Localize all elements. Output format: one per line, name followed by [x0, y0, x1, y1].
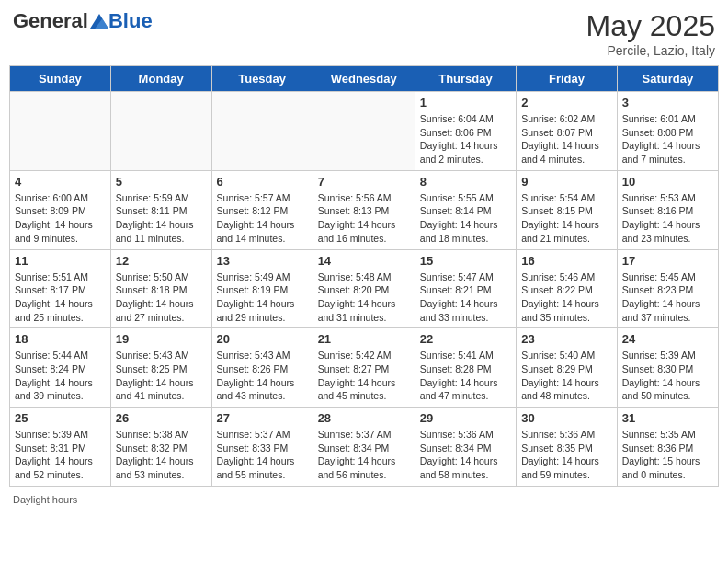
day-info: Sunrise: 6:02 AM Sunset: 8:07 PM Dayligh… — [521, 112, 612, 167]
logo-blue-text: Blue — [108, 9, 153, 33]
calendar-cell: 5Sunrise: 5:59 AM Sunset: 8:11 PM Daylig… — [110, 170, 211, 249]
day-info: Sunrise: 5:54 AM Sunset: 8:15 PM Dayligh… — [521, 191, 612, 246]
logo-icon — [90, 13, 108, 29]
day-info: Sunrise: 5:44 AM Sunset: 8:24 PM Dayligh… — [15, 349, 106, 403]
day-info: Sunrise: 5:48 AM Sunset: 8:20 PM Dayligh… — [318, 270, 410, 325]
logo: General Blue — [13, 9, 153, 33]
calendar-cell: 27Sunrise: 5:37 AM Sunset: 8:33 PM Dayli… — [211, 408, 313, 487]
calendar-cell: 10Sunrise: 5:53 AM Sunset: 8:16 PM Dayli… — [617, 170, 718, 249]
calendar-cell: 24Sunrise: 5:39 AM Sunset: 8:30 PM Dayli… — [617, 328, 718, 408]
day-info: Sunrise: 5:46 AM Sunset: 8:22 PM Dayligh… — [521, 270, 612, 325]
calendar-cell: 20Sunrise: 5:43 AM Sunset: 8:26 PM Dayli… — [211, 328, 313, 408]
day-number: 1 — [420, 96, 511, 109]
day-info: Sunrise: 5:37 AM Sunset: 8:33 PM Dayligh… — [217, 428, 308, 482]
day-info: Sunrise: 5:55 AM Sunset: 8:14 PM Dayligh… — [420, 191, 511, 246]
day-info: Sunrise: 6:00 AM Sunset: 8:09 PM Dayligh… — [15, 191, 106, 246]
calendar-cell: 25Sunrise: 5:39 AM Sunset: 8:31 PM Dayli… — [10, 408, 111, 487]
location-text: Percile, Lazio, Italy — [586, 43, 715, 58]
day-number: 8 — [420, 175, 511, 189]
calendar-cell: 29Sunrise: 5:36 AM Sunset: 8:34 PM Dayli… — [415, 408, 516, 487]
calendar-cell: 28Sunrise: 5:37 AM Sunset: 8:34 PM Dayli… — [313, 408, 415, 487]
day-number: 31 — [622, 411, 713, 425]
calendar-cell: 4Sunrise: 6:00 AM Sunset: 8:09 PM Daylig… — [10, 170, 111, 249]
calendar-day-header: Wednesday — [313, 66, 415, 92]
day-info: Sunrise: 5:51 AM Sunset: 8:17 PM Dayligh… — [15, 270, 106, 325]
day-number: 17 — [622, 254, 713, 268]
day-number: 13 — [217, 254, 308, 268]
calendar-day-header: Saturday — [617, 66, 718, 92]
day-number: 15 — [420, 254, 511, 268]
calendar-week-row: 4Sunrise: 6:00 AM Sunset: 8:09 PM Daylig… — [10, 170, 719, 249]
day-number: 18 — [15, 332, 106, 346]
title-block: May 2025 Percile, Lazio, Italy — [586, 9, 715, 58]
day-info: Sunrise: 5:37 AM Sunset: 8:34 PM Dayligh… — [318, 428, 410, 482]
day-info: Sunrise: 5:39 AM Sunset: 8:30 PM Dayligh… — [622, 349, 713, 403]
day-info: Sunrise: 5:38 AM Sunset: 8:32 PM Dayligh… — [116, 428, 207, 482]
day-number: 10 — [622, 175, 713, 189]
day-number: 23 — [521, 332, 612, 346]
day-info: Sunrise: 5:47 AM Sunset: 8:21 PM Dayligh… — [420, 270, 511, 325]
day-info: Sunrise: 5:45 AM Sunset: 8:23 PM Dayligh… — [622, 270, 713, 325]
calendar-cell: 12Sunrise: 5:50 AM Sunset: 8:18 PM Dayli… — [110, 249, 211, 328]
calendar-table: SundayMondayTuesdayWednesdayThursdayFrid… — [9, 65, 719, 487]
day-number: 20 — [217, 332, 308, 346]
day-info: Sunrise: 5:56 AM Sunset: 8:13 PM Dayligh… — [318, 191, 410, 246]
calendar-cell: 30Sunrise: 5:36 AM Sunset: 8:35 PM Dayli… — [517, 408, 618, 487]
day-number: 7 — [318, 175, 410, 189]
day-number: 25 — [15, 411, 106, 425]
calendar-day-header: Tuesday — [211, 66, 313, 92]
day-number: 26 — [116, 411, 207, 425]
day-number: 22 — [420, 332, 511, 346]
calendar-cell — [313, 92, 415, 171]
day-number: 24 — [622, 332, 713, 346]
calendar-cell: 21Sunrise: 5:42 AM Sunset: 8:27 PM Dayli… — [313, 328, 415, 408]
day-info: Sunrise: 6:04 AM Sunset: 8:06 PM Dayligh… — [420, 112, 511, 167]
day-info: Sunrise: 5:39 AM Sunset: 8:31 PM Dayligh… — [15, 428, 106, 482]
calendar-cell: 31Sunrise: 5:35 AM Sunset: 8:36 PM Dayli… — [617, 408, 718, 487]
calendar-header-row: SundayMondayTuesdayWednesdayThursdayFrid… — [10, 66, 719, 92]
day-number: 16 — [521, 254, 612, 268]
day-info: Sunrise: 5:43 AM Sunset: 8:26 PM Dayligh… — [217, 349, 308, 403]
day-info: Sunrise: 5:53 AM Sunset: 8:16 PM Dayligh… — [622, 191, 713, 246]
day-info: Sunrise: 5:42 AM Sunset: 8:27 PM Dayligh… — [318, 349, 410, 403]
calendar-cell: 16Sunrise: 5:46 AM Sunset: 8:22 PM Dayli… — [517, 249, 618, 328]
calendar-week-row: 25Sunrise: 5:39 AM Sunset: 8:31 PM Dayli… — [10, 408, 719, 487]
calendar-cell: 13Sunrise: 5:49 AM Sunset: 8:19 PM Dayli… — [211, 249, 313, 328]
day-number: 28 — [318, 411, 410, 425]
day-number: 14 — [318, 254, 410, 268]
day-info: Sunrise: 5:49 AM Sunset: 8:19 PM Dayligh… — [217, 270, 308, 325]
day-number: 29 — [420, 411, 511, 425]
day-info: Sunrise: 6:01 AM Sunset: 8:08 PM Dayligh… — [622, 112, 713, 167]
calendar-cell: 6Sunrise: 5:57 AM Sunset: 8:12 PM Daylig… — [211, 170, 313, 249]
day-number: 9 — [521, 175, 612, 189]
day-info: Sunrise: 5:35 AM Sunset: 8:36 PM Dayligh… — [622, 428, 713, 482]
calendar-cell: 14Sunrise: 5:48 AM Sunset: 8:20 PM Dayli… — [313, 249, 415, 328]
calendar-cell: 11Sunrise: 5:51 AM Sunset: 8:17 PM Dayli… — [10, 249, 111, 328]
calendar-cell: 17Sunrise: 5:45 AM Sunset: 8:23 PM Dayli… — [617, 249, 718, 328]
day-number: 27 — [217, 411, 308, 425]
calendar-day-header: Monday — [110, 66, 211, 92]
calendar-cell: 1Sunrise: 6:04 AM Sunset: 8:06 PM Daylig… — [415, 92, 516, 171]
day-number: 21 — [318, 332, 410, 346]
calendar-cell: 7Sunrise: 5:56 AM Sunset: 8:13 PM Daylig… — [313, 170, 415, 249]
day-number: 4 — [15, 175, 106, 189]
month-title: May 2025 — [586, 9, 715, 43]
calendar-cell: 15Sunrise: 5:47 AM Sunset: 8:21 PM Dayli… — [415, 249, 516, 328]
calendar-cell: 22Sunrise: 5:41 AM Sunset: 8:28 PM Dayli… — [415, 328, 516, 408]
calendar-cell: 18Sunrise: 5:44 AM Sunset: 8:24 PM Dayli… — [10, 328, 111, 408]
calendar-cell — [110, 92, 211, 171]
calendar-cell — [10, 92, 111, 171]
page-header: General Blue May 2025 Percile, Lazio, It… — [9, 9, 719, 58]
day-number: 3 — [622, 96, 713, 109]
day-number: 2 — [521, 96, 612, 109]
day-number: 11 — [15, 254, 106, 268]
day-number: 30 — [521, 411, 612, 425]
calendar-cell: 9Sunrise: 5:54 AM Sunset: 8:15 PM Daylig… — [517, 170, 618, 249]
calendar-cell: 23Sunrise: 5:40 AM Sunset: 8:29 PM Dayli… — [517, 328, 618, 408]
calendar-cell — [211, 92, 313, 171]
calendar-day-header: Sunday — [10, 66, 111, 92]
calendar-body: 1Sunrise: 6:04 AM Sunset: 8:06 PM Daylig… — [10, 92, 719, 487]
day-info: Sunrise: 5:59 AM Sunset: 8:11 PM Dayligh… — [116, 191, 207, 246]
calendar-day-header: Friday — [517, 66, 618, 92]
day-number: 6 — [217, 175, 308, 189]
